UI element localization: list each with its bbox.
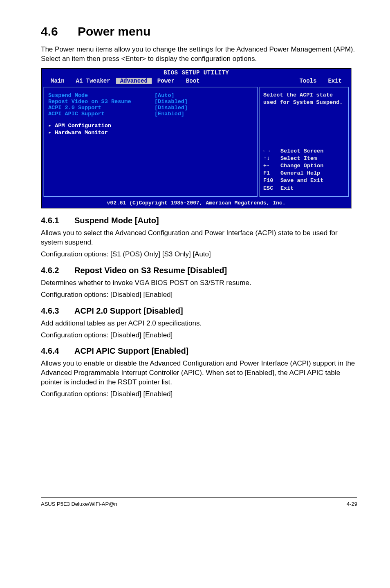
bios-item-suspend-mode[interactable]: Suspend Mode [Auto] xyxy=(48,92,253,99)
bios-submenu-label: APM Configuration xyxy=(55,123,111,129)
subsection-heading: 4.6.1Suspend Mode [Auto] xyxy=(41,216,357,225)
legend-key: ↑↓ xyxy=(263,155,280,162)
bios-item-acpi-apic[interactable]: ACPI APIC Support [Enabled] xyxy=(48,111,253,117)
page-footer: ASUS P5E3 Deluxe/WiFi-AP@n 4-29 xyxy=(41,497,357,507)
legend-key: F1 xyxy=(263,170,280,177)
subsection-number: 4.6.3 xyxy=(41,306,74,316)
subsection-title: Repost Video on S3 Resume [Disabled] xyxy=(74,266,227,275)
legend-desc: Exit xyxy=(280,185,294,192)
chevron-right-icon: ▸ xyxy=(48,123,52,129)
tab-exit[interactable]: Exit xyxy=(322,78,347,84)
bios-submenu-hwmon[interactable]: ▸Hardware Monitor xyxy=(48,129,253,136)
legend-desc: General Help xyxy=(280,170,320,177)
legend-row: ESCExit xyxy=(263,185,345,192)
subsection-number: 4.6.4 xyxy=(41,346,74,356)
footer-left: ASUS P5E3 Deluxe/WiFi-AP@n xyxy=(41,501,117,507)
section-heading: 4.6Power menu xyxy=(41,25,357,38)
body-text: Determines whether to invoke VGA BIOS PO… xyxy=(41,278,357,288)
legend-row: +-Change Option xyxy=(263,162,345,170)
bios-item-label: Repost Video on S3 Resume xyxy=(48,99,155,105)
body-text: Configuration options: [Disabled] [Enabl… xyxy=(41,331,357,340)
intro-text: The Power menu items allow you to change… xyxy=(41,45,357,64)
section-number: 4.6 xyxy=(41,25,78,38)
footer-right: 4-29 xyxy=(347,501,357,507)
tab-power[interactable]: Power xyxy=(152,78,180,84)
bios-item-value: [Enabled] xyxy=(155,111,184,117)
body-text: Allows you to select the Advanced Config… xyxy=(41,229,357,247)
tab-ai-tweaker[interactable]: Ai Tweaker xyxy=(70,78,116,84)
tab-spacer xyxy=(205,78,294,84)
legend-desc: Save and Exit xyxy=(280,177,323,184)
bios-item-label: Suspend Mode xyxy=(48,92,155,99)
bios-submenu-label: Hardware Monitor xyxy=(55,130,108,136)
legend-row: ←→Select Screen xyxy=(263,148,345,155)
bios-item-repost-video[interactable]: Repost Video on S3 Resume [Disabled] xyxy=(48,99,253,105)
body-text: Configuration options: [Disabled] [Enabl… xyxy=(41,290,357,300)
subsection-title: ACPI 2.0 Support [Disabled] xyxy=(74,306,183,315)
subsection-title: Suspend Mode [Auto] xyxy=(74,216,159,225)
bios-screenshot: BIOS SETUP UTILITY Main Ai Tweaker Advan… xyxy=(41,68,352,209)
body-text: Configuration options: [Disabled] [Enabl… xyxy=(41,390,357,399)
legend-row: F1General Help xyxy=(263,170,345,177)
legend-key: F10 xyxy=(263,177,280,184)
bios-submenu-apm[interactable]: ▸APM Configuration xyxy=(48,122,253,129)
bios-title: BIOS SETUP UTILITY xyxy=(42,69,351,77)
bios-help-text: Select the ACPI state used for System Su… xyxy=(263,92,345,106)
bios-footer: v02.61 (C)Copyright 1985-2007, American … xyxy=(42,199,351,208)
legend-desc: Change Option xyxy=(280,162,323,170)
bios-tab-bar: Main Ai Tweaker Advanced Power Boot Tool… xyxy=(42,77,351,85)
section-title: Power menu xyxy=(78,25,150,38)
subsection-number: 4.6.2 xyxy=(41,266,74,275)
bios-help-panel: Select the ACPI state used for System Su… xyxy=(259,87,349,197)
bios-item-acpi20[interactable]: ACPI 2.0 Support [Disabled] xyxy=(48,105,253,111)
legend-row: ↑↓Select Item xyxy=(263,155,345,162)
legend-row: F10Save and Exit xyxy=(263,177,345,184)
body-text: Add additional tables as per ACPI 2.0 sp… xyxy=(41,319,357,328)
bios-item-label: ACPI 2.0 Support xyxy=(48,105,155,111)
bios-item-label: ACPI APIC Support xyxy=(48,111,155,117)
body-text: Allows you to enable or disable the Adva… xyxy=(41,359,357,387)
subsection-heading: 4.6.2Repost Video on S3 Resume [Disabled… xyxy=(41,266,357,275)
tab-boot[interactable]: Boot xyxy=(180,78,206,84)
subsection-heading: 4.6.4ACPI APIC Support [Enabled] xyxy=(41,346,357,356)
subsection-title: ACPI APIC Support [Enabled] xyxy=(74,346,188,355)
bios-item-value: [Disabled] xyxy=(155,99,188,105)
body-text: Configuration options: [S1 (POS) Only] [… xyxy=(41,250,357,259)
chevron-right-icon: ▸ xyxy=(48,130,52,136)
tab-main[interactable]: Main xyxy=(45,78,70,84)
legend-key: +- xyxy=(263,162,280,170)
subsection-heading: 4.6.3ACPI 2.0 Support [Disabled] xyxy=(41,306,357,316)
tab-tools[interactable]: Tools xyxy=(294,78,322,84)
bios-legend: ←→Select Screen ↑↓Select Item +-Change O… xyxy=(263,148,345,192)
legend-key: ESC xyxy=(263,185,280,192)
legend-key: ←→ xyxy=(263,148,280,155)
legend-desc: Select Screen xyxy=(280,148,323,155)
legend-desc: Select Item xyxy=(280,155,317,162)
bios-item-value: [Auto] xyxy=(155,92,175,99)
tab-advanced[interactable]: Advanced xyxy=(116,78,152,84)
bios-main-panel: Suspend Mode [Auto] Repost Video on S3 R… xyxy=(43,87,258,197)
bios-item-value: [Disabled] xyxy=(155,105,188,111)
subsection-number: 4.6.1 xyxy=(41,216,74,225)
